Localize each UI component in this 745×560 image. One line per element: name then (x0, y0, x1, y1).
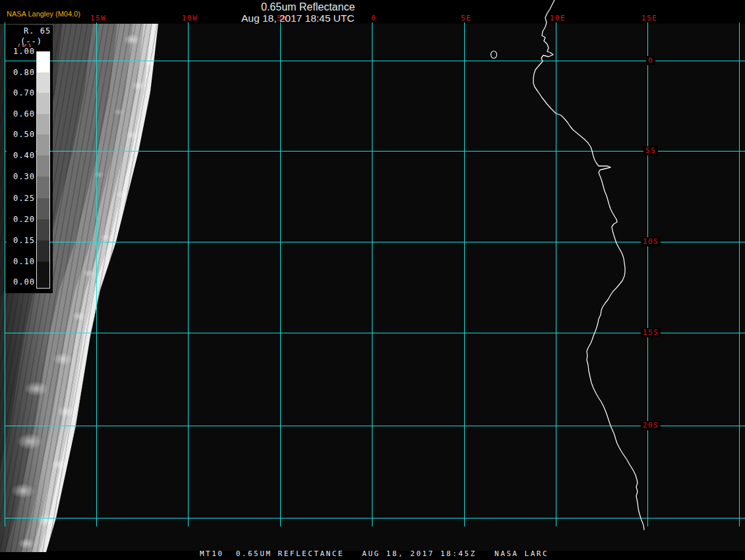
lon-label: 15E (640, 14, 659, 22)
island-outline (491, 51, 497, 59)
lon-label: 15W (89, 14, 107, 22)
lat-label: 20S (641, 421, 661, 430)
footer-caption: MT10 0.65UM REFLECTANCE AUG 18, 2017 18:… (200, 549, 549, 558)
source-label: NASA Langley (M04.0) (7, 10, 80, 18)
lon-label: 5E (460, 14, 473, 22)
coastline-overlay (0, 0, 745, 560)
satellite-image-viewer: R. 65 (--) (K) 1.000.800.700.600.500.400… (0, 0, 745, 560)
timestamp-subtitle: Aug 18, 2017 18:45 UTC (241, 13, 354, 24)
lon-label: 0 (370, 14, 378, 22)
lat-label: 0 (646, 56, 655, 65)
lon-label: 10E (549, 14, 567, 22)
page-title: 0.65um Reflectance (261, 1, 355, 13)
lat-label: 15S (641, 328, 661, 337)
lat-label: 10S (641, 237, 661, 246)
lon-label: 10W (181, 14, 199, 22)
lat-label: 5S (643, 146, 658, 155)
coastline (533, 0, 644, 530)
